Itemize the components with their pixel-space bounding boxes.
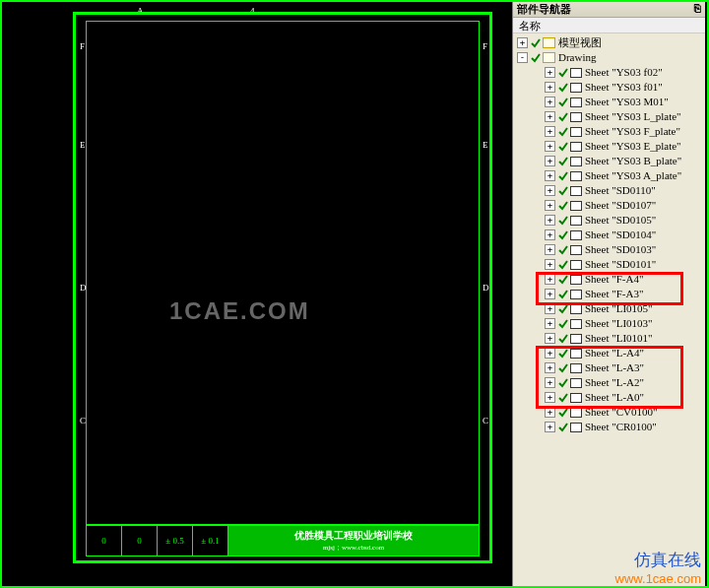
tree-sheet-item[interactable]: +Sheet "YS03 M01" bbox=[515, 95, 703, 109]
tree-sheet-item[interactable]: +Sheet "SD0107" bbox=[515, 198, 703, 213]
tree-drawing[interactable]: - Drawing bbox=[515, 50, 703, 65]
expander-icon[interactable]: + bbox=[545, 362, 555, 373]
check-icon[interactable] bbox=[558, 216, 568, 226]
check-icon[interactable] bbox=[558, 171, 568, 181]
tree-sheet-item[interactable]: +Sheet "SD0105" bbox=[515, 213, 703, 228]
check-icon[interactable] bbox=[558, 68, 568, 78]
expander-icon[interactable]: + bbox=[545, 407, 555, 418]
check-icon[interactable] bbox=[558, 245, 568, 255]
expander-icon[interactable]: + bbox=[545, 348, 555, 359]
sheet-label: Sheet "LI0105" bbox=[585, 301, 653, 316]
expander-icon[interactable]: + bbox=[545, 170, 555, 181]
sheet-label: Sheet "YS03 F_plate" bbox=[585, 124, 680, 139]
expander-icon[interactable]: + bbox=[545, 244, 555, 255]
expander-icon[interactable]: + bbox=[545, 156, 555, 166]
check-icon[interactable] bbox=[558, 98, 568, 107]
check-icon[interactable] bbox=[558, 112, 568, 122]
tree-sheet-item[interactable]: +Sheet "YS03 L_plate" bbox=[515, 109, 703, 124]
part-navigator-panel: 部件导航器 ⎘ 名称 + 模型视图 - Drawing +Sheet "YS03… bbox=[512, 0, 705, 588]
tree-sheet-item[interactable]: +Sheet "YS03 A_plate" bbox=[515, 168, 703, 183]
sheet-icon bbox=[570, 349, 582, 359]
expander-icon[interactable]: + bbox=[545, 274, 555, 285]
sheet-icon bbox=[570, 334, 582, 344]
check-icon[interactable] bbox=[558, 275, 568, 285]
tree-sheet-item[interactable]: +Sheet "L-A4" bbox=[515, 346, 703, 360]
expander-icon[interactable]: + bbox=[545, 126, 555, 137]
tree-sheet-item[interactable]: +Sheet "L-A3" bbox=[515, 360, 703, 375]
expander-icon[interactable]: + bbox=[545, 422, 555, 432]
check-icon[interactable] bbox=[558, 260, 568, 270]
check-icon[interactable] bbox=[558, 423, 568, 432]
expander-icon[interactable]: + bbox=[545, 229, 555, 240]
expander-icon[interactable]: + bbox=[545, 377, 555, 388]
expander-icon[interactable]: + bbox=[545, 111, 555, 122]
watermark: 1CAE.COM bbox=[169, 297, 310, 325]
sheet-label: Sheet "LI0101" bbox=[585, 331, 653, 346]
check-icon[interactable] bbox=[558, 201, 568, 211]
tree-sheet-item[interactable]: +Sheet "SD0104" bbox=[515, 228, 703, 242]
expander-icon[interactable]: - bbox=[517, 52, 528, 63]
check-icon[interactable] bbox=[558, 290, 568, 299]
check-icon[interactable] bbox=[558, 408, 568, 418]
tree-sheet-item[interactable]: +Sheet "YS03 f02" bbox=[515, 65, 703, 80]
sheet-label: Sheet "L-A4" bbox=[585, 346, 644, 360]
tree-sheet-item[interactable]: +Sheet "LI0103" bbox=[515, 316, 703, 331]
check-icon[interactable] bbox=[558, 334, 568, 344]
check-icon[interactable] bbox=[558, 230, 568, 240]
expander-icon[interactable]: + bbox=[545, 82, 555, 93]
check-icon[interactable] bbox=[531, 38, 541, 48]
drawing-frame bbox=[86, 21, 480, 525]
tree-sheet-item[interactable]: +Sheet "YS03 E_plate" bbox=[515, 139, 703, 154]
check-icon[interactable] bbox=[558, 127, 568, 137]
tree-sheet-item[interactable]: +Sheet "LI0105" bbox=[515, 301, 703, 316]
expander-icon[interactable]: + bbox=[517, 37, 528, 48]
sheet-label: Sheet "YS03 M01" bbox=[585, 95, 669, 109]
tree-sheet-item[interactable]: +Sheet "SD0103" bbox=[515, 242, 703, 257]
check-icon[interactable] bbox=[558, 157, 568, 166]
sheet-label: Sheet "L-A2" bbox=[585, 375, 644, 390]
pin-icon[interactable]: ⎘ bbox=[694, 2, 701, 15]
check-icon[interactable] bbox=[558, 186, 568, 196]
check-icon[interactable] bbox=[558, 83, 568, 93]
expander-icon[interactable]: + bbox=[545, 200, 555, 211]
navigator-tree[interactable]: + 模型视图 - Drawing +Sheet "YS03 f02"+Sheet… bbox=[513, 33, 705, 436]
tree-sheet-item[interactable]: +Sheet "L-A0" bbox=[515, 390, 703, 405]
check-icon[interactable] bbox=[558, 304, 568, 314]
check-icon[interactable] bbox=[531, 53, 541, 63]
expander-icon[interactable]: + bbox=[545, 289, 555, 299]
tree-sheet-item[interactable]: +Sheet "CV0100" bbox=[515, 405, 703, 420]
expander-icon[interactable]: + bbox=[545, 333, 555, 344]
expander-icon[interactable]: + bbox=[545, 215, 555, 226]
expander-icon[interactable]: + bbox=[545, 318, 555, 329]
title-block: 0 0 ± 0.5 ± 0.1 优胜模具工程职业培训学校 mjsj；www.cb… bbox=[86, 525, 480, 556]
tree-sheet-item[interactable]: +Sheet "YS03 B_plate" bbox=[515, 154, 703, 168]
check-icon[interactable] bbox=[558, 319, 568, 329]
sheet-label: Sheet "SD0105" bbox=[585, 213, 656, 228]
expander-icon[interactable]: + bbox=[545, 185, 555, 196]
expander-icon[interactable]: + bbox=[545, 303, 555, 314]
expander-icon[interactable]: + bbox=[545, 259, 555, 270]
check-icon[interactable] bbox=[558, 349, 568, 359]
sheet-icon bbox=[570, 378, 582, 388]
expander-icon[interactable]: + bbox=[545, 392, 555, 403]
tree-sheet-item[interactable]: +Sheet "SD0110" bbox=[515, 183, 703, 198]
tree-sheet-item[interactable]: +Sheet "F-A4" bbox=[515, 272, 703, 287]
expander-icon[interactable]: + bbox=[545, 67, 555, 78]
check-icon[interactable] bbox=[558, 363, 568, 373]
tree-sheet-item[interactable]: +Sheet "L-A2" bbox=[515, 375, 703, 390]
tree-sheet-item[interactable]: +Sheet "CR0100" bbox=[515, 420, 703, 434]
tree-sheet-item[interactable]: +Sheet "YS03 F_plate" bbox=[515, 124, 703, 139]
tree-sheet-item[interactable]: +Sheet "YS03 f01" bbox=[515, 80, 703, 95]
check-icon[interactable] bbox=[558, 393, 568, 403]
tree-sheet-item[interactable]: +Sheet "LI0101" bbox=[515, 331, 703, 346]
tree-root[interactable]: + 模型视图 bbox=[515, 35, 703, 50]
sheet-label: Sheet "L-A0" bbox=[585, 390, 644, 405]
expander-icon[interactable]: + bbox=[545, 97, 555, 107]
check-icon[interactable] bbox=[558, 142, 568, 152]
expander-icon[interactable]: + bbox=[545, 141, 555, 152]
tree-sheet-item[interactable]: +Sheet "F-A3" bbox=[515, 287, 703, 301]
check-icon[interactable] bbox=[558, 378, 568, 388]
column-header[interactable]: 名称 bbox=[513, 18, 705, 33]
drawing-canvas[interactable]: A 4 0 0 ± 0.5 ± 0.1 优胜模具工程职业培训学校 mjsj；ww… bbox=[2, 2, 512, 586]
tree-sheet-item[interactable]: +Sheet "SD0101" bbox=[515, 257, 703, 272]
